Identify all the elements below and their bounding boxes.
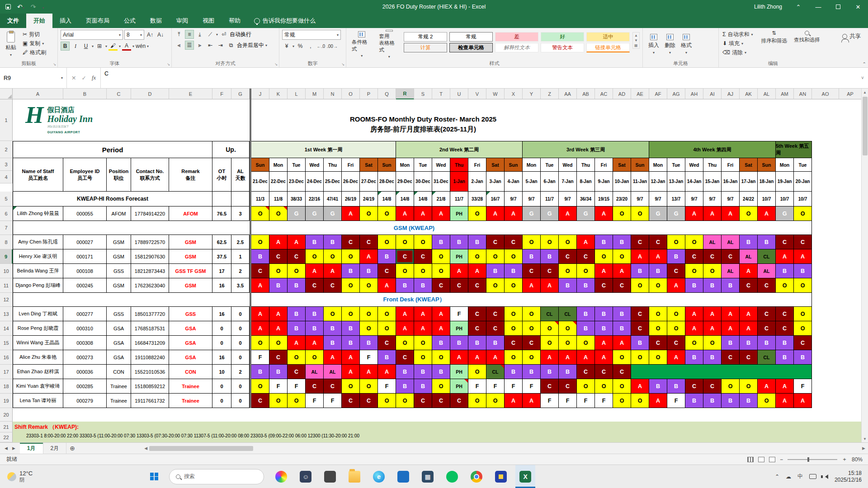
- date-cell[interactable]: 20-Jan: [794, 172, 812, 192]
- row-header-6[interactable]: 6: [0, 206, 13, 221]
- shift-cell-C[interactable]: C: [251, 394, 269, 408]
- shift-cell-O[interactable]: O: [468, 365, 486, 379]
- remark-cell[interactable]: GSA: [169, 350, 212, 365]
- shift-cell-C[interactable]: C: [595, 365, 613, 379]
- period-header-cell[interactable]: Period: [13, 141, 212, 158]
- shift-cell-PH[interactable]: PH: [450, 206, 468, 221]
- netease-icon[interactable]: [491, 465, 511, 488]
- forecast-cell[interactable]: 11/3: [251, 192, 269, 206]
- shift-cell-AL[interactable]: AL: [306, 365, 324, 379]
- day-name-cell[interactable]: Tue: [288, 158, 306, 172]
- shift-cell-A[interactable]: A: [414, 307, 432, 321]
- shift-cell-F[interactable]: F: [577, 394, 595, 408]
- comma-icon[interactable]: ,: [306, 42, 315, 51]
- shift-cell-C[interactable]: C: [378, 264, 396, 278]
- shift-cell-C[interactable]: C: [450, 278, 468, 293]
- horizontal-scroll-thumb[interactable]: [149, 446, 253, 451]
- shift-cell-A[interactable]: A: [306, 264, 324, 278]
- position-cell[interactable]: Trainee: [107, 394, 131, 408]
- employee-id-cell[interactable]: 000055: [63, 206, 107, 221]
- shift-cell-O[interactable]: O: [722, 379, 740, 394]
- ot-hours-cell[interactable]: 37.5: [212, 249, 231, 264]
- confirm-entry-icon[interactable]: ✓: [81, 75, 86, 81]
- shift-cell-A[interactable]: A: [342, 365, 360, 379]
- formula-input[interactable]: C: [101, 68, 857, 88]
- shift-cell-B[interactable]: B: [667, 379, 685, 394]
- shift-cell-F[interactable]: F: [306, 394, 324, 408]
- shift-cell-A[interactable]: A: [251, 321, 269, 336]
- vertical-scroll-thumb[interactable]: [863, 97, 868, 155]
- shift-cell-O[interactable]: O: [505, 278, 523, 293]
- row-header-15[interactable]: 15: [0, 336, 13, 350]
- shift-cell-AL[interactable]: AL: [722, 264, 740, 278]
- fill-button[interactable]: ⬇ 填充 ▾: [722, 39, 754, 48]
- gallery-down-icon[interactable]: ▼: [634, 38, 638, 42]
- shift-cell-O[interactable]: O: [649, 278, 667, 293]
- zoom-out-icon[interactable]: −: [780, 456, 783, 463]
- shift-cell-O[interactable]: O: [342, 307, 360, 321]
- redo-icon[interactable]: ↷: [31, 4, 36, 10]
- shift-cell-C[interactable]: C: [613, 365, 631, 379]
- shift-cell-O[interactable]: O: [468, 394, 486, 408]
- insert-function-icon[interactable]: fx: [92, 75, 96, 81]
- staff-name-cell[interactable]: Winni Wang 王晶晶: [13, 336, 63, 350]
- forecast-cell[interactable]: 10/7: [794, 192, 812, 206]
- shift-cell-B[interactable]: B: [613, 321, 631, 336]
- sort-filter-button[interactable]: ⇅ 排序和筛选: [758, 30, 790, 44]
- remark-cell[interactable]: AFOM: [169, 206, 212, 221]
- position-cell[interactable]: GSS: [107, 264, 131, 278]
- conditional-formatting-button[interactable]: 条件格式▾: [349, 30, 375, 59]
- shift-cell-AL[interactable]: AL: [722, 235, 740, 249]
- shift-cell-O[interactable]: O: [324, 307, 342, 321]
- shift-cell-C[interactable]: C: [324, 379, 342, 394]
- shift-cell-C[interactable]: C: [505, 336, 523, 350]
- shift-cell-B[interactable]: B: [414, 379, 432, 394]
- shift-cell-G[interactable]: G: [541, 206, 559, 221]
- row-header-17[interactable]: 17: [0, 365, 13, 379]
- shift-cell-C[interactable]: C: [450, 394, 468, 408]
- merge-center-button[interactable]: ⧉: [226, 41, 236, 50]
- shift-cell-O[interactable]: O: [269, 264, 288, 278]
- shift-cell-O[interactable]: O: [251, 235, 269, 249]
- shift-cell-A[interactable]: A: [613, 336, 631, 350]
- shift-cell-B[interactable]: B: [523, 365, 541, 379]
- shift-cell-B[interactable]: B: [396, 365, 414, 379]
- shift-cell-A[interactable]: A: [269, 235, 288, 249]
- font-name-combo[interactable]: Arial▾: [61, 30, 123, 40]
- forecast-cell[interactable]: 16/7: [486, 192, 505, 206]
- position-cell[interactable]: Trainee: [107, 379, 131, 394]
- shift-cell-C[interactable]: C: [306, 278, 324, 293]
- shift-cell-A[interactable]: A: [414, 321, 432, 336]
- date-cell[interactable]: 16-Jan: [722, 172, 740, 192]
- forecast-cell[interactable]: 10/7: [758, 192, 776, 206]
- shift-cell-A[interactable]: A: [541, 278, 559, 293]
- remark-cell[interactable]: CON: [169, 365, 212, 379]
- forecast-cell[interactable]: 24/22: [740, 192, 758, 206]
- column-header-AH[interactable]: AH: [685, 89, 703, 99]
- shift-cell-A[interactable]: A: [324, 350, 342, 365]
- column-header-A[interactable]: A: [13, 89, 63, 99]
- shift-cell-AL[interactable]: AL: [324, 365, 342, 379]
- row-header-13[interactable]: 13: [0, 307, 13, 321]
- forecast-cell[interactable]: 23/20: [613, 192, 631, 206]
- shift-cell-G[interactable]: G: [324, 206, 342, 221]
- shift-cell-B[interactable]: B: [342, 321, 360, 336]
- shift-cell-B[interactable]: B: [324, 235, 342, 249]
- staff-name-cell[interactable]: Alice Zhu 朱泰艳: [13, 350, 63, 365]
- cell-style-7[interactable]: 检查单元格: [449, 43, 493, 52]
- shift-cell-O[interactable]: O: [685, 336, 703, 350]
- date-cell[interactable]: 5-Jan: [523, 172, 541, 192]
- tell-me-search[interactable]: 告诉我你想要做什么: [254, 17, 316, 28]
- forecast-cell[interactable]: 47/41: [324, 192, 342, 206]
- row-header-8[interactable]: 8: [0, 235, 13, 249]
- shift-cell-B[interactable]: B: [432, 235, 450, 249]
- shift-cell-C[interactable]: C: [631, 321, 649, 336]
- shift-cell-A[interactable]: A: [432, 206, 450, 221]
- font-size-combo[interactable]: 8▾: [124, 30, 144, 40]
- tab-页面布局[interactable]: 页面布局: [79, 14, 117, 28]
- shift-cell-B[interactable]: B: [577, 307, 595, 321]
- employee-id-cell[interactable]: 000277: [63, 307, 107, 321]
- shift-cell-O[interactable]: O: [631, 278, 649, 293]
- shift-cell-C[interactable]: C: [631, 235, 649, 249]
- shift-cell-B[interactable]: B: [342, 264, 360, 278]
